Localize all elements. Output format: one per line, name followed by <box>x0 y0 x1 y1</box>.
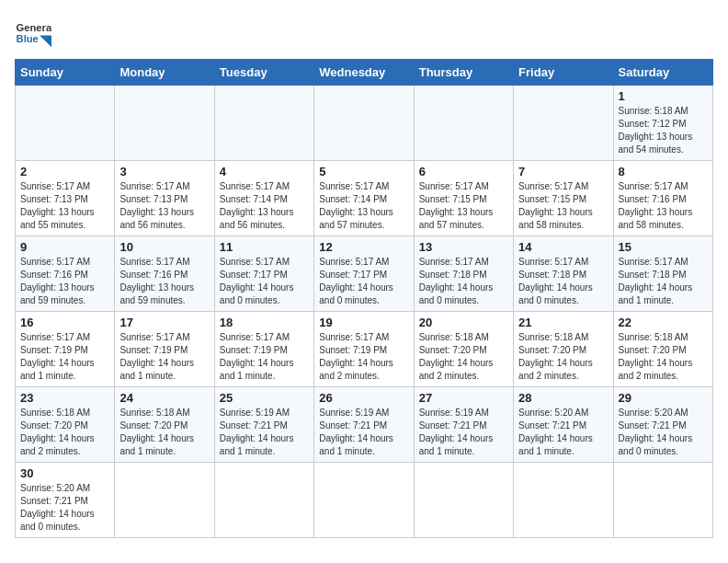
day-number: 22 <box>619 316 708 329</box>
calendar-cell: 8Sunrise: 5:17 AM Sunset: 7:16 PM Daylig… <box>613 161 712 236</box>
calendar-cell: 20Sunrise: 5:18 AM Sunset: 7:20 PM Dayli… <box>414 312 513 387</box>
page-header: General Blue <box>15 15 713 52</box>
day-header-saturday: Saturday <box>613 60 712 86</box>
calendar-week-6: 30Sunrise: 5:20 AM Sunset: 7:21 PM Dayli… <box>16 463 713 538</box>
day-number: 26 <box>319 391 408 405</box>
day-info: Sunrise: 5:17 AM Sunset: 7:17 PM Dayligh… <box>220 256 309 307</box>
day-info: Sunrise: 5:19 AM Sunset: 7:21 PM Dayligh… <box>220 407 309 458</box>
day-info: Sunrise: 5:17 AM Sunset: 7:18 PM Dayligh… <box>518 256 608 307</box>
calendar-cell <box>115 86 214 161</box>
day-info: Sunrise: 5:18 AM Sunset: 7:12 PM Dayligh… <box>619 105 708 156</box>
calendar-cell: 4Sunrise: 5:17 AM Sunset: 7:14 PM Daylig… <box>214 161 313 236</box>
calendar-cell <box>414 463 513 538</box>
day-number: 8 <box>619 165 708 178</box>
calendar-cell: 2Sunrise: 5:17 AM Sunset: 7:13 PM Daylig… <box>16 161 115 236</box>
day-info: Sunrise: 5:17 AM Sunset: 7:16 PM Dayligh… <box>119 256 209 307</box>
day-number: 16 <box>20 316 109 329</box>
day-number: 18 <box>220 316 309 329</box>
calendar-cell <box>214 86 313 161</box>
day-header-tuesday: Tuesday <box>214 60 313 86</box>
day-info: Sunrise: 5:17 AM Sunset: 7:18 PM Dayligh… <box>419 256 508 307</box>
svg-marker-2 <box>40 35 51 47</box>
day-info: Sunrise: 5:17 AM Sunset: 7:13 PM Dayligh… <box>20 180 109 232</box>
calendar-cell: 28Sunrise: 5:20 AM Sunset: 7:21 PM Dayli… <box>514 387 613 463</box>
calendar-cell: 27Sunrise: 5:19 AM Sunset: 7:21 PM Dayli… <box>414 387 513 463</box>
calendar-cell: 30Sunrise: 5:20 AM Sunset: 7:21 PM Dayli… <box>16 463 115 538</box>
calendar-cell: 16Sunrise: 5:17 AM Sunset: 7:19 PM Dayli… <box>16 312 115 387</box>
calendar-cell: 6Sunrise: 5:17 AM Sunset: 7:15 PM Daylig… <box>414 161 513 236</box>
day-number: 20 <box>419 316 508 329</box>
day-info: Sunrise: 5:17 AM Sunset: 7:17 PM Dayligh… <box>319 256 408 307</box>
calendar-cell: 22Sunrise: 5:18 AM Sunset: 7:20 PM Dayli… <box>613 312 712 387</box>
calendar-cell <box>16 86 115 161</box>
day-number: 14 <box>518 240 608 254</box>
calendar-week-4: 16Sunrise: 5:17 AM Sunset: 7:19 PM Dayli… <box>16 312 713 387</box>
calendar-cell: 7Sunrise: 5:17 AM Sunset: 7:15 PM Daylig… <box>514 161 613 236</box>
day-number: 19 <box>319 316 408 329</box>
calendar-cell <box>314 463 414 538</box>
calendar-cell: 21Sunrise: 5:18 AM Sunset: 7:20 PM Dayli… <box>514 312 613 387</box>
day-number: 30 <box>20 466 109 480</box>
calendar-cell: 15Sunrise: 5:17 AM Sunset: 7:18 PM Dayli… <box>613 236 712 312</box>
day-number: 1 <box>619 89 708 103</box>
calendar-header-row: SundayMondayTuesdayWednesdayThursdayFrid… <box>16 60 713 86</box>
day-header-thursday: Thursday <box>414 60 513 86</box>
calendar-week-5: 23Sunrise: 5:18 AM Sunset: 7:20 PM Dayli… <box>16 387 713 463</box>
day-number: 9 <box>20 240 109 254</box>
day-number: 25 <box>220 391 309 405</box>
day-number: 21 <box>518 316 608 329</box>
calendar-week-2: 2Sunrise: 5:17 AM Sunset: 7:13 PM Daylig… <box>16 161 713 236</box>
day-number: 12 <box>319 240 408 254</box>
calendar-cell <box>314 86 414 161</box>
calendar-cell: 5Sunrise: 5:17 AM Sunset: 7:14 PM Daylig… <box>314 161 414 236</box>
calendar-cell: 17Sunrise: 5:17 AM Sunset: 7:19 PM Dayli… <box>115 312 214 387</box>
day-info: Sunrise: 5:17 AM Sunset: 7:19 PM Dayligh… <box>119 331 209 383</box>
day-info: Sunrise: 5:17 AM Sunset: 7:14 PM Dayligh… <box>220 180 309 232</box>
day-header-wednesday: Wednesday <box>314 60 414 86</box>
day-info: Sunrise: 5:17 AM Sunset: 7:19 PM Dayligh… <box>319 331 408 383</box>
day-info: Sunrise: 5:17 AM Sunset: 7:14 PM Dayligh… <box>319 180 408 232</box>
calendar-cell: 10Sunrise: 5:17 AM Sunset: 7:16 PM Dayli… <box>115 236 214 312</box>
calendar-cell: 13Sunrise: 5:17 AM Sunset: 7:18 PM Dayli… <box>414 236 513 312</box>
calendar-week-3: 9Sunrise: 5:17 AM Sunset: 7:16 PM Daylig… <box>16 236 713 312</box>
day-info: Sunrise: 5:19 AM Sunset: 7:21 PM Dayligh… <box>319 407 408 458</box>
day-info: Sunrise: 5:17 AM Sunset: 7:16 PM Dayligh… <box>619 180 708 232</box>
day-number: 17 <box>119 316 209 329</box>
calendar-cell: 26Sunrise: 5:19 AM Sunset: 7:21 PM Dayli… <box>314 387 414 463</box>
day-number: 7 <box>518 165 608 178</box>
day-info: Sunrise: 5:17 AM Sunset: 7:16 PM Dayligh… <box>20 256 109 307</box>
day-number: 2 <box>20 165 109 178</box>
day-number: 15 <box>619 240 708 254</box>
calendar-cell: 23Sunrise: 5:18 AM Sunset: 7:20 PM Dayli… <box>16 387 115 463</box>
calendar-cell: 25Sunrise: 5:19 AM Sunset: 7:21 PM Dayli… <box>214 387 313 463</box>
calendar-cell: 19Sunrise: 5:17 AM Sunset: 7:19 PM Dayli… <box>314 312 414 387</box>
day-number: 13 <box>419 240 508 254</box>
day-header-friday: Friday <box>514 60 613 86</box>
day-info: Sunrise: 5:18 AM Sunset: 7:20 PM Dayligh… <box>20 407 109 458</box>
calendar-cell: 3Sunrise: 5:17 AM Sunset: 7:13 PM Daylig… <box>115 161 214 236</box>
calendar-cell <box>214 463 313 538</box>
day-number: 24 <box>119 391 209 405</box>
day-number: 23 <box>20 391 109 405</box>
calendar-cell <box>115 463 214 538</box>
day-number: 10 <box>119 240 209 254</box>
day-number: 4 <box>220 165 309 178</box>
calendar-cell <box>613 463 712 538</box>
day-info: Sunrise: 5:20 AM Sunset: 7:21 PM Dayligh… <box>518 407 608 458</box>
calendar-cell <box>414 86 513 161</box>
calendar-table: SundayMondayTuesdayWednesdayThursdayFrid… <box>15 59 713 538</box>
day-info: Sunrise: 5:18 AM Sunset: 7:20 PM Dayligh… <box>419 331 508 383</box>
calendar-body: 1Sunrise: 5:18 AM Sunset: 7:12 PM Daylig… <box>16 86 713 538</box>
day-info: Sunrise: 5:20 AM Sunset: 7:21 PM Dayligh… <box>20 482 109 534</box>
calendar-week-1: 1Sunrise: 5:18 AM Sunset: 7:12 PM Daylig… <box>16 86 713 161</box>
calendar-cell: 11Sunrise: 5:17 AM Sunset: 7:17 PM Dayli… <box>214 236 313 312</box>
day-number: 6 <box>419 165 508 178</box>
day-number: 29 <box>619 391 708 405</box>
day-info: Sunrise: 5:17 AM Sunset: 7:18 PM Dayligh… <box>619 256 708 307</box>
day-info: Sunrise: 5:17 AM Sunset: 7:15 PM Dayligh… <box>518 180 608 232</box>
day-info: Sunrise: 5:18 AM Sunset: 7:20 PM Dayligh… <box>518 331 608 383</box>
day-number: 3 <box>119 165 209 178</box>
calendar-cell: 14Sunrise: 5:17 AM Sunset: 7:18 PM Dayli… <box>514 236 613 312</box>
day-info: Sunrise: 5:20 AM Sunset: 7:21 PM Dayligh… <box>619 407 708 458</box>
day-number: 5 <box>319 165 408 178</box>
